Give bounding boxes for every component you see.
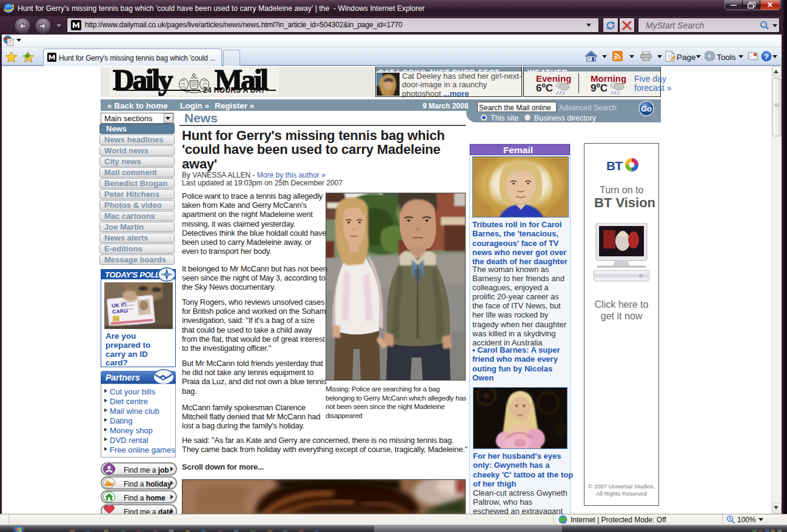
svg-text:Go: Go [641,104,652,113]
svg-text:?: ? [764,52,769,61]
svg-text:Daily: Daily [113,67,173,96]
